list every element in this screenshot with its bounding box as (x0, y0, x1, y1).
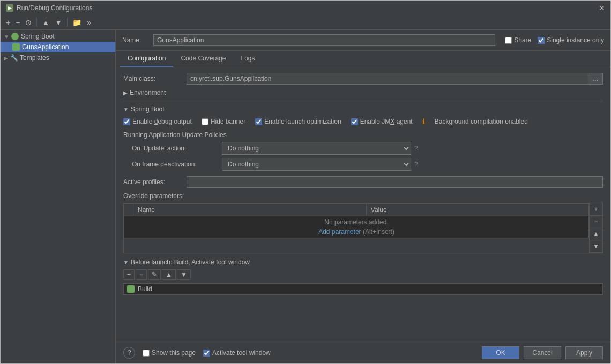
before-launch-chevron-icon: ▼ (123, 260, 129, 266)
frame-deactivation-select[interactable]: Do nothing Update resources Update class… (222, 158, 411, 171)
parameters-table-container: Name Value No parameters added. (123, 203, 603, 253)
activate-tool-checkbox-label[interactable]: Activate tool window (203, 349, 271, 357)
table-add-button[interactable]: + (590, 203, 602, 216)
single-instance-checkbox-label[interactable]: Single instance only (538, 36, 604, 44)
dialog-icon: ▶ (6, 4, 13, 12)
show-page-checkbox[interactable] (143, 350, 150, 357)
table-remove-button[interactable]: − (590, 216, 602, 228)
spring-boot-section: ▼ Spring Boot Enable debug output H (123, 105, 603, 171)
before-launch-label: Before launch: Build, Activate tool wind… (131, 259, 250, 266)
update-action-select[interactable]: Do nothing Update resources Update class… (222, 142, 411, 155)
toolbar-separator (36, 18, 37, 27)
cancel-button[interactable]: Cancel (524, 346, 561, 359)
templates-icon: 🔧 (10, 54, 18, 62)
activate-tool-text: Activate tool window (212, 349, 271, 357)
tab-logs[interactable]: Logs (233, 51, 262, 67)
main-class-browse-button[interactable]: ... (588, 73, 603, 85)
main-toolbar: + − ⊙ ▲ ▼ 📁 » (1, 16, 610, 30)
main-class-input[interactable] (187, 73, 588, 85)
before-launch-down-button[interactable]: ▼ (177, 269, 191, 280)
right-panel: Name: Share Single instance only (116, 30, 610, 363)
before-launch-edit-button[interactable]: ✎ (148, 269, 161, 280)
bottom-left: ? Show this page Activate tool window (123, 347, 271, 359)
apply-button[interactable]: Apply (565, 346, 603, 359)
environment-section-header[interactable]: ▶ Environment (123, 89, 603, 96)
main-class-input-group: ... (187, 73, 603, 85)
parameters-table: Name Value No parameters added. (124, 203, 589, 238)
frame-deactivation-help-icon[interactable]: ? (414, 161, 418, 168)
folder-button[interactable]: 📁 (70, 17, 84, 28)
show-page-checkbox-label[interactable]: Show this page (143, 349, 196, 357)
sidebar-item-guns-application[interactable]: GunsApplication (1, 42, 115, 52)
activate-tool-checkbox[interactable] (203, 350, 210, 357)
before-launch-section: ▼ Before launch: Build, Activate tool wi… (123, 259, 603, 295)
enable-launch-label[interactable]: Enable launch optimization (255, 118, 341, 125)
name-input[interactable] (153, 34, 495, 46)
enable-debug-text: Enable debug output (132, 118, 192, 125)
share-checkbox[interactable] (505, 37, 512, 44)
enable-launch-checkbox[interactable] (255, 118, 262, 125)
sidebar-item-spring-boot[interactable]: ▼ Spring Boot (1, 31, 115, 42)
spring-boot-section-label: Spring Boot (131, 105, 165, 113)
table-side-buttons: + − ▲ ▼ (589, 203, 602, 253)
enable-jmx-label[interactable]: Enable JMX agent (351, 118, 413, 125)
add-parameter-link[interactable]: Add parameter (318, 228, 361, 236)
spring-boot-chevron-icon: ▼ (123, 107, 129, 112)
help-button[interactable]: ? (123, 347, 135, 359)
single-instance-checkbox[interactable] (538, 37, 545, 44)
col-selector (124, 204, 133, 216)
config-panel: Main class: ... ▶ Environment (116, 67, 610, 342)
tabs-bar: Configuration Code Coverage Logs (116, 51, 610, 67)
move-up-button[interactable]: ▲ (40, 17, 51, 28)
title-bar: ▶ Run/Debug Configurations ✕ (1, 1, 610, 16)
share-checkbox-label[interactable]: Share (505, 36, 531, 44)
remove-config-button[interactable]: − (13, 17, 22, 28)
spring-boot-icon (11, 33, 19, 40)
add-config-button[interactable]: + (4, 17, 12, 28)
copy-config-button[interactable]: ⊙ (23, 17, 34, 28)
close-button[interactable]: ✕ (599, 4, 605, 12)
running-app-title: Running Application Update Policies (123, 131, 603, 139)
frame-deactivation-label: On frame deactivation: (132, 161, 218, 168)
move-down-button[interactable]: ▼ (53, 17, 64, 28)
divider (123, 101, 603, 101)
hide-banner-label[interactable]: Hide banner (202, 118, 245, 125)
before-launch-header[interactable]: ▼ Before launch: Build, Activate tool wi… (123, 259, 603, 266)
enable-jmx-checkbox[interactable] (351, 118, 358, 125)
environment-chevron-icon: ▶ (123, 90, 128, 96)
update-action-help-icon[interactable]: ? (414, 145, 418, 152)
more-button[interactable]: » (85, 17, 93, 28)
sidebar-tree: ▼ Spring Boot GunsApplication ▶ 🔧 Templa… (1, 30, 115, 363)
before-launch-up-button[interactable]: ▲ (162, 269, 176, 280)
bg-compilation-text: Background compilation enabled (435, 118, 528, 125)
active-profiles-label: Active profiles: (123, 178, 182, 186)
share-area: Share Single instance only (505, 36, 604, 44)
build-icon (127, 285, 135, 293)
before-launch-remove-button[interactable]: − (136, 269, 147, 280)
tab-code-coverage[interactable]: Code Coverage (173, 51, 233, 67)
bottom-right: OK Cancel Apply (482, 346, 603, 359)
show-page-text: Show this page (152, 349, 196, 357)
ok-button[interactable]: OK (482, 346, 519, 359)
main-class-row: Main class: ... (123, 73, 603, 85)
main-content: ▼ Spring Boot GunsApplication ▶ 🔧 Templa… (1, 30, 610, 363)
tab-configuration[interactable]: Configuration (120, 51, 173, 67)
sidebar-guns-app-label: GunsApplication (22, 43, 69, 51)
table-scroll-down-button[interactable]: ▼ (590, 240, 602, 253)
col-name-header: Name (133, 204, 367, 216)
active-profiles-input[interactable] (187, 176, 603, 188)
run-debug-dialog: ▶ Run/Debug Configurations ✕ + − ⊙ ▲ ▼ 📁… (0, 0, 611, 364)
before-launch-add-button[interactable]: + (123, 269, 135, 280)
chevron-right-icon: ▶ (4, 55, 8, 61)
running-app-section: Running Application Update Policies On '… (123, 131, 603, 171)
before-launch-build-item: Build (123, 283, 603, 295)
spring-boot-section-header[interactable]: ▼ Spring Boot (123, 105, 603, 113)
add-shortcut-text: (Alt+Insert) (363, 228, 394, 236)
table-scroll-up-button[interactable]: ▲ (590, 228, 602, 240)
hide-banner-checkbox[interactable] (202, 118, 208, 125)
enable-debug-checkbox[interactable] (123, 118, 130, 125)
sidebar-item-templates[interactable]: ▶ 🔧 Templates (1, 52, 115, 63)
dialog-title: Run/Debug Configurations (17, 4, 92, 12)
share-label-text: Share (514, 36, 531, 44)
enable-debug-label[interactable]: Enable debug output (123, 118, 192, 125)
